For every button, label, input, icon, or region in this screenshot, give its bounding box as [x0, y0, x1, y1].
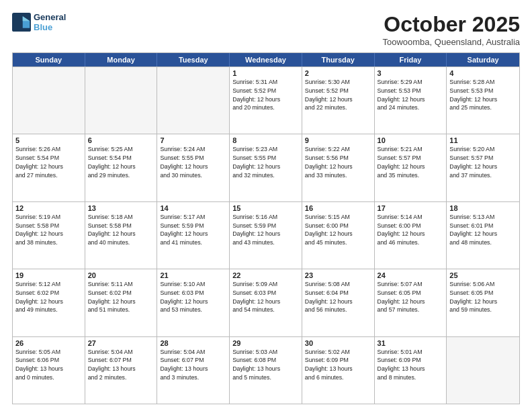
day-cell-23: 23Sunrise: 5:08 AM Sunset: 6:04 PM Dayli…: [302, 269, 375, 336]
weekday-header-monday: Monday: [85, 53, 158, 66]
day-info: Sunrise: 5:12 AM Sunset: 6:02 PM Dayligh…: [15, 280, 82, 314]
day-number: 25: [449, 271, 517, 279]
empty-cell-0-0: [13, 67, 85, 134]
day-number: 17: [378, 204, 444, 212]
logo-text: General Blue: [34, 12, 66, 32]
calendar-body: 1Sunrise: 5:31 AM Sunset: 5:52 PM Daylig…: [13, 66, 519, 404]
day-info: Sunrise: 5:02 AM Sunset: 6:09 PM Dayligh…: [305, 348, 371, 382]
day-number: 19: [15, 271, 82, 279]
day-info: Sunrise: 5:06 AM Sunset: 6:05 PM Dayligh…: [449, 280, 517, 314]
day-number: 24: [378, 271, 444, 279]
day-cell-8: 8Sunrise: 5:23 AM Sunset: 5:55 PM Daylig…: [230, 134, 302, 201]
day-number: 29: [232, 339, 299, 347]
day-number: 9: [305, 136, 371, 144]
calendar-row-3: 19Sunrise: 5:12 AM Sunset: 6:02 PM Dayli…: [13, 269, 519, 336]
day-info: Sunrise: 5:28 AM Sunset: 5:53 PM Dayligh…: [449, 78, 517, 112]
day-number: 18: [449, 204, 517, 212]
day-number: 31: [378, 339, 444, 347]
day-info: Sunrise: 5:18 AM Sunset: 5:58 PM Dayligh…: [88, 213, 154, 247]
day-cell-3: 3Sunrise: 5:29 AM Sunset: 5:53 PM Daylig…: [375, 67, 447, 134]
day-number: 10: [378, 136, 444, 144]
day-info: Sunrise: 5:25 AM Sunset: 5:54 PM Dayligh…: [88, 145, 154, 179]
day-number: 3: [378, 69, 444, 77]
day-cell-11: 11Sunrise: 5:20 AM Sunset: 5:57 PM Dayli…: [447, 134, 519, 201]
day-info: Sunrise: 5:31 AM Sunset: 5:52 PM Dayligh…: [232, 78, 299, 112]
day-cell-29: 29Sunrise: 5:03 AM Sunset: 6:08 PM Dayli…: [230, 337, 302, 404]
day-info: Sunrise: 5:07 AM Sunset: 6:05 PM Dayligh…: [378, 280, 444, 314]
day-number: 11: [449, 136, 517, 144]
day-number: 21: [160, 271, 226, 279]
day-info: Sunrise: 5:09 AM Sunset: 6:03 PM Dayligh…: [232, 280, 299, 314]
day-info: Sunrise: 5:20 AM Sunset: 5:57 PM Dayligh…: [449, 145, 517, 179]
day-cell-4: 4Sunrise: 5:28 AM Sunset: 5:53 PM Daylig…: [447, 67, 519, 134]
day-info: Sunrise: 5:13 AM Sunset: 6:01 PM Dayligh…: [449, 213, 517, 247]
day-cell-28: 28Sunrise: 5:04 AM Sunset: 6:07 PM Dayli…: [157, 337, 230, 404]
day-number: 15: [232, 204, 299, 212]
weekday-header-sunday: Sunday: [13, 53, 85, 66]
day-info: Sunrise: 5:24 AM Sunset: 5:55 PM Dayligh…: [160, 145, 226, 179]
location: Toowoomba, Queensland, Australia: [382, 37, 520, 47]
day-number: 7: [160, 136, 226, 144]
day-info: Sunrise: 5:14 AM Sunset: 6:00 PM Dayligh…: [378, 213, 444, 247]
day-number: 6: [88, 136, 154, 144]
day-cell-16: 16Sunrise: 5:15 AM Sunset: 6:00 PM Dayli…: [302, 202, 375, 269]
day-number: 23: [305, 271, 371, 279]
day-number: 20: [88, 271, 154, 279]
month-title: October 2025: [382, 12, 520, 37]
weekday-header-tuesday: Tuesday: [157, 53, 230, 66]
day-info: Sunrise: 5:10 AM Sunset: 6:03 PM Dayligh…: [160, 280, 226, 314]
calendar-header: SundayMondayTuesdayWednesdayThursdayFrid…: [13, 53, 519, 66]
day-info: Sunrise: 5:29 AM Sunset: 5:53 PM Dayligh…: [378, 78, 444, 112]
day-info: Sunrise: 5:30 AM Sunset: 5:52 PM Dayligh…: [305, 78, 371, 112]
header: General Blue October 2025 Toowoomba, Que…: [12, 12, 520, 47]
day-info: Sunrise: 5:08 AM Sunset: 6:04 PM Dayligh…: [305, 280, 371, 314]
day-number: 14: [160, 204, 226, 212]
day-cell-17: 17Sunrise: 5:14 AM Sunset: 6:00 PM Dayli…: [375, 202, 447, 269]
day-number: 26: [15, 339, 82, 347]
logo: General Blue: [12, 12, 66, 32]
day-number: 2: [305, 69, 371, 77]
day-cell-27: 27Sunrise: 5:04 AM Sunset: 6:07 PM Dayli…: [85, 337, 158, 404]
day-cell-14: 14Sunrise: 5:17 AM Sunset: 5:59 PM Dayli…: [157, 202, 230, 269]
day-number: 5: [15, 136, 82, 144]
day-cell-10: 10Sunrise: 5:21 AM Sunset: 5:57 PM Dayli…: [375, 134, 447, 201]
calendar-row-2: 12Sunrise: 5:19 AM Sunset: 5:58 PM Dayli…: [13, 201, 519, 269]
day-number: 30: [305, 339, 371, 347]
day-cell-22: 22Sunrise: 5:09 AM Sunset: 6:03 PM Dayli…: [230, 269, 302, 336]
empty-cell-4-6: [447, 337, 519, 404]
day-info: Sunrise: 5:26 AM Sunset: 5:54 PM Dayligh…: [15, 145, 82, 179]
day-info: Sunrise: 5:01 AM Sunset: 6:09 PM Dayligh…: [378, 348, 444, 382]
day-info: Sunrise: 5:03 AM Sunset: 6:08 PM Dayligh…: [232, 348, 299, 382]
day-info: Sunrise: 5:04 AM Sunset: 6:07 PM Dayligh…: [88, 348, 154, 382]
day-info: Sunrise: 5:16 AM Sunset: 5:59 PM Dayligh…: [232, 213, 299, 247]
day-cell-2: 2Sunrise: 5:30 AM Sunset: 5:52 PM Daylig…: [302, 67, 375, 134]
weekday-header-wednesday: Wednesday: [230, 53, 302, 66]
day-cell-9: 9Sunrise: 5:22 AM Sunset: 5:56 PM Daylig…: [302, 134, 375, 201]
day-number: 22: [232, 271, 299, 279]
calendar-row-4: 26Sunrise: 5:05 AM Sunset: 6:06 PM Dayli…: [13, 336, 519, 404]
day-info: Sunrise: 5:05 AM Sunset: 6:06 PM Dayligh…: [15, 348, 82, 382]
empty-cell-0-1: [85, 67, 158, 134]
day-number: 1: [232, 69, 299, 77]
day-number: 28: [160, 339, 226, 347]
day-cell-26: 26Sunrise: 5:05 AM Sunset: 6:06 PM Dayli…: [13, 337, 85, 404]
day-cell-25: 25Sunrise: 5:06 AM Sunset: 6:05 PM Dayli…: [447, 269, 519, 336]
day-cell-15: 15Sunrise: 5:16 AM Sunset: 5:59 PM Dayli…: [230, 202, 302, 269]
day-cell-24: 24Sunrise: 5:07 AM Sunset: 6:05 PM Dayli…: [375, 269, 447, 336]
day-info: Sunrise: 5:19 AM Sunset: 5:58 PM Dayligh…: [15, 213, 82, 247]
day-number: 8: [232, 136, 299, 144]
day-info: Sunrise: 5:21 AM Sunset: 5:57 PM Dayligh…: [378, 145, 444, 179]
weekday-header-thursday: Thursday: [302, 53, 375, 66]
empty-cell-0-2: [157, 67, 230, 134]
day-cell-19: 19Sunrise: 5:12 AM Sunset: 6:02 PM Dayli…: [13, 269, 85, 336]
day-info: Sunrise: 5:15 AM Sunset: 6:00 PM Dayligh…: [305, 213, 371, 247]
day-number: 27: [88, 339, 154, 347]
logo-icon: [12, 13, 31, 32]
calendar-row-1: 5Sunrise: 5:26 AM Sunset: 5:54 PM Daylig…: [13, 134, 519, 201]
weekday-header-friday: Friday: [375, 53, 447, 66]
calendar: SundayMondayTuesdayWednesdayThursdayFrid…: [12, 52, 520, 404]
day-cell-18: 18Sunrise: 5:13 AM Sunset: 6:01 PM Dayli…: [447, 202, 519, 269]
day-cell-20: 20Sunrise: 5:11 AM Sunset: 6:02 PM Dayli…: [85, 269, 158, 336]
day-info: Sunrise: 5:17 AM Sunset: 5:59 PM Dayligh…: [160, 213, 226, 247]
day-number: 4: [449, 69, 517, 77]
